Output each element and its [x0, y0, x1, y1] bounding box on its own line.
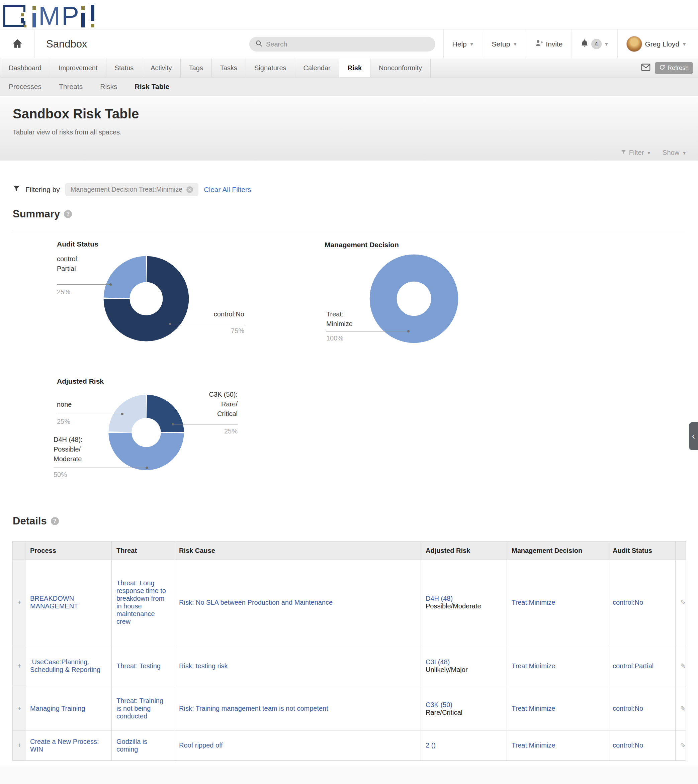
remove-filter-icon[interactable]: ✕	[186, 186, 193, 193]
risk-cause-link[interactable]: Risk: Training management team is not co…	[179, 705, 328, 712]
logo-letter-i1	[33, 3, 36, 28]
risk-cause-link[interactable]: Roof ripped off	[179, 741, 223, 749]
threat-link[interactable]: Threat: Training is not being conducted	[116, 697, 163, 720]
management-decision-link[interactable]: Treat:Minimize	[512, 599, 555, 606]
adjusted-risk-link[interactable]: C3K (50)	[426, 701, 452, 708]
edit-button[interactable]: ✎	[676, 645, 686, 687]
adjusted-risk-link[interactable]: D4H (48)	[426, 595, 453, 602]
home-button[interactable]	[0, 30, 35, 58]
filtering-by-label: Filtering by	[25, 186, 60, 194]
audit-status-link[interactable]: control:Partial	[613, 662, 653, 670]
threat-link[interactable]: Threat: Testing	[116, 662, 161, 670]
process-link[interactable]: Managing Training	[30, 705, 85, 712]
search-box[interactable]	[249, 37, 435, 51]
adjusted-risk-link[interactable]: 2 ()	[426, 741, 436, 749]
edit-button[interactable]: ✎	[676, 560, 686, 645]
threat-link[interactable]: Threat: Long response time to breakdown …	[116, 579, 166, 625]
header-management-decision[interactable]: Management Decision	[507, 542, 608, 560]
tab-signatures[interactable]: Signatures	[246, 59, 295, 77]
filter-menu[interactable]: Filter ▼	[621, 149, 651, 156]
refresh-button[interactable]: Refresh	[655, 62, 693, 74]
notifications-menu[interactable]: 4 ▼	[571, 30, 618, 58]
help-icon[interactable]: ?	[51, 517, 59, 525]
avatar	[626, 36, 642, 52]
edit-button[interactable]: ✎	[676, 730, 686, 761]
header-expander	[13, 542, 25, 560]
tab-nonconformity[interactable]: Nonconformity	[370, 59, 431, 77]
band-menus: Filter ▼ Show ▼	[621, 149, 686, 156]
bell-icon	[581, 39, 589, 49]
adjusted-risk-chart-title: Adjusted Risk	[57, 377, 104, 385]
subtab-processes[interactable]: Processes	[9, 82, 41, 91]
tab-tags[interactable]: Tags	[181, 59, 212, 77]
tab-improvement[interactable]: Improvement	[50, 59, 106, 77]
tab-status[interactable]: Status	[106, 59, 142, 77]
row-expander[interactable]: +	[13, 560, 25, 645]
header-threat[interactable]: Threat	[112, 542, 174, 560]
process-link[interactable]: Create a New Process: WIN	[30, 738, 99, 753]
risk-cause-link[interactable]: Risk: No SLA between Production and Main…	[179, 599, 333, 606]
audit-status-donut	[103, 255, 190, 344]
header-adjusted-risk[interactable]: Adjusted Risk	[421, 542, 507, 560]
summary-section-header: Summary ?	[13, 208, 72, 220]
logo-letter-i2	[81, 3, 85, 28]
page-header-band: Sandbox Risk Table Tabular view of risks…	[0, 97, 698, 161]
tab-activity[interactable]: Activity	[142, 59, 180, 77]
logo-gold-dot-2	[24, 25, 26, 28]
audit-status-link[interactable]: control:No	[613, 741, 643, 749]
management-decision-link[interactable]: Treat:Minimize	[512, 705, 555, 712]
help-menu-label: Help	[452, 40, 467, 48]
management-decision-link[interactable]: Treat:Minimize	[512, 662, 555, 670]
slice-label: control: Partial	[57, 254, 114, 273]
row-expander[interactable]: +	[13, 645, 25, 687]
header-risk-cause[interactable]: Risk Cause	[174, 542, 421, 560]
setup-menu[interactable]: Setup ▼	[483, 30, 526, 58]
audit-status-link[interactable]: control:No	[613, 705, 643, 712]
subtab-threats[interactable]: Threats	[59, 82, 83, 91]
plus-icon: +	[17, 599, 21, 606]
risk-cause-link[interactable]: Risk: testing risk	[179, 662, 228, 670]
app-bar-right: Help ▼ Setup ▼ Invite 4 ▼ Greg Lloyd ▼	[443, 30, 695, 58]
audit-status-link[interactable]: control:No	[613, 599, 643, 606]
home-icon	[12, 38, 23, 50]
user-menu[interactable]: Greg Lloyd ▼	[617, 30, 695, 58]
row-expander[interactable]: +	[13, 687, 25, 730]
invite-user-icon	[535, 39, 543, 49]
app-logo[interactable]: M P	[3, 2, 94, 28]
subtab-risks[interactable]: Risks	[100, 82, 117, 91]
management-decision-link[interactable]: Treat:Minimize	[512, 741, 555, 749]
help-icon[interactable]: ?	[64, 210, 72, 218]
tab-calendar[interactable]: Calendar	[295, 59, 339, 77]
envelope-icon[interactable]	[641, 63, 650, 72]
tab-dashboard[interactable]: Dashboard	[0, 59, 50, 77]
process-link[interactable]: BREAKDOWN MANAGEMENT	[30, 595, 78, 610]
logo-wordmark: M P	[30, 2, 94, 28]
adjusted-risk-link[interactable]: C3I (48)	[426, 658, 450, 665]
logo-letter-P: P	[61, 4, 79, 28]
management-decision-chart-title: Management Decision	[325, 241, 399, 249]
leader-line	[326, 331, 409, 331]
tab-tasks[interactable]: Tasks	[212, 59, 246, 77]
app-bar: Sandbox Help ▼ Setup ▼ Invite 4 ▼	[0, 30, 698, 58]
leader-line	[172, 424, 238, 425]
main-tab-bar: Dashboard Improvement Status Activity Ta…	[0, 59, 698, 77]
clear-all-filters-link[interactable]: Clear All Filters	[204, 186, 251, 194]
search-input[interactable]	[266, 41, 420, 48]
row-expander[interactable]: +	[13, 730, 25, 761]
tab-risk[interactable]: Risk	[339, 59, 370, 77]
plus-icon: +	[17, 705, 21, 712]
process-link[interactable]: :UseCase:Planning. Scheduling & Reportin…	[30, 658, 101, 673]
threat-link[interactable]: Godzilla is coming	[116, 738, 147, 753]
logo-bar: M P	[0, 0, 698, 30]
filter-chip[interactable]: Management Decision Treat:Minimize ✕	[65, 183, 199, 196]
subtab-risk-table[interactable]: Risk Table	[135, 82, 169, 91]
header-process[interactable]: Process	[25, 542, 112, 560]
show-menu[interactable]: Show ▼	[663, 149, 686, 156]
collapse-panel-handle[interactable]: ‹	[689, 422, 698, 450]
edit-button[interactable]: ✎	[676, 687, 686, 730]
invite-button[interactable]: Invite	[526, 30, 571, 58]
active-filter-bar: Filtering by Management Decision Treat:M…	[13, 183, 251, 196]
help-menu[interactable]: Help ▼	[443, 30, 483, 58]
main-tabs-right: Refresh	[641, 59, 698, 77]
header-audit-status[interactable]: Audit Status	[608, 542, 676, 560]
